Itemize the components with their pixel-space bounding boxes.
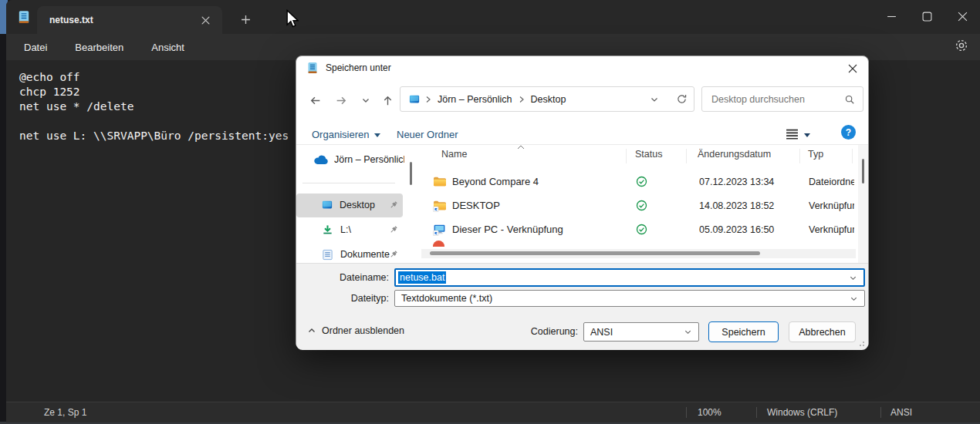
search-box[interactable]	[701, 86, 863, 112]
dialog-main-area: Jörn – Persönlich Desktop L:\	[296, 145, 868, 263]
encoding-select[interactable]: ANSI	[583, 322, 699, 342]
dialog-title: Speichern unter	[326, 62, 391, 73]
cursor-position: Ze 1, Sp 1	[44, 402, 86, 422]
sidebar-item-l-drive[interactable]: L:\	[296, 218, 403, 241]
sync-ok-icon	[636, 224, 647, 235]
filetype-label: Dateityp:	[296, 293, 389, 304]
encoding-value: ANSI	[590, 327, 613, 338]
horizontal-scrollbar[interactable]	[421, 249, 856, 258]
statusbar-separator	[880, 407, 881, 418]
recent-locations-chevron[interactable]	[357, 93, 375, 108]
help-icon[interactable]: ?	[841, 125, 856, 140]
hide-folders-button[interactable]: Ordner ausblenden	[307, 325, 404, 336]
breadcrumb-desktop[interactable]: Desktop	[531, 94, 566, 105]
screen: netuse.txt Datei Bearbeiten Ansicht	[0, 0, 980, 424]
column-header-type[interactable]: Typ	[808, 149, 823, 160]
organize-button[interactable]: Organisieren	[307, 126, 385, 143]
column-separator[interactable]	[799, 149, 800, 163]
statusbar-separator	[686, 407, 687, 418]
sidebar-item-desktop[interactable]: Desktop	[296, 193, 403, 217]
menu-ansicht[interactable]: Ansicht	[140, 39, 195, 56]
file-row-beyond-compare[interactable]: Beyond Compare 4 07.12.2023 13:34 Dateio…	[421, 170, 856, 193]
cancel-button-label: Abbrechen	[799, 327, 845, 338]
settings-gear-icon[interactable]	[954, 38, 969, 53]
file-date: 14.08.2023 18:52	[699, 200, 774, 211]
caret-down-icon	[804, 133, 810, 137]
encoding-label: Codierung:	[524, 326, 578, 337]
sidebar-desktop-label: Desktop	[340, 200, 375, 210]
file-date: 05.09.2023 16:50	[699, 224, 774, 235]
menu-datei[interactable]: Datei	[13, 39, 58, 56]
address-dropdown-chevron[interactable]	[650, 95, 659, 104]
documents-icon	[322, 249, 333, 261]
minimize-button[interactable]	[874, 0, 909, 32]
sidebar-scrollbar[interactable]	[410, 162, 412, 185]
vertical-scrollbar[interactable]	[858, 145, 868, 263]
chevron-down-icon[interactable]	[684, 328, 692, 336]
sidebar-l-drive-label: L:\	[340, 224, 351, 235]
dialog-titlebar[interactable]: Speichern unter	[296, 56, 868, 79]
filename-combobox[interactable]: netuse.bat	[394, 268, 865, 287]
dialog-close-button[interactable]	[842, 59, 863, 78]
search-input[interactable]	[711, 94, 844, 105]
column-separator[interactable]	[686, 149, 687, 163]
chevron-down-icon[interactable]	[849, 274, 857, 282]
file-row-dieser-pc[interactable]: Dieser PC - Verknüpfung 05.09.2023 16:50…	[421, 217, 856, 241]
file-list: Name Status Änderungsdatum Typ Beyond Co…	[421, 145, 856, 263]
breadcrumb-chevron-icon	[425, 96, 431, 103]
zoom-level[interactable]: 100%	[698, 402, 721, 422]
search-icon[interactable]	[844, 94, 855, 105]
new-folder-button[interactable]: Neuer Ordner	[392, 126, 462, 143]
pc-shortcut-icon	[433, 223, 446, 236]
pin-icon	[389, 225, 398, 234]
sidebar-item-dokumente[interactable]: Dokumente	[296, 243, 403, 263]
menu-bearbeiten[interactable]: Bearbeiten	[64, 39, 134, 56]
sidebar-dokumente-label: Dokumente	[340, 249, 390, 260]
tab-netuse[interactable]: netuse.txt	[37, 6, 222, 34]
file-name: DESKTOP	[452, 200, 500, 211]
tab-close-button[interactable]	[196, 11, 215, 29]
breadcrumb-onedrive[interactable]: Jörn – Persönlich	[438, 94, 512, 105]
save-button-label: Speichern	[721, 327, 765, 338]
pin-icon	[389, 250, 398, 259]
close-window-button[interactable]	[945, 0, 980, 32]
notepad-app-icon	[17, 10, 31, 24]
address-breadcrumb-bar[interactable]: Jörn – Persönlich Desktop	[400, 86, 694, 112]
back-button[interactable]	[306, 93, 324, 108]
encoding[interactable]: ANSI	[890, 402, 912, 422]
cancel-button[interactable]: Abbrechen	[789, 321, 856, 342]
filetype-value: Textdokumente (*.txt)	[401, 293, 492, 304]
resize-grip[interactable]	[857, 338, 864, 346]
column-header-status[interactable]: Status	[635, 149, 662, 160]
filetype-select[interactable]: Textdokumente (*.txt)	[394, 290, 865, 307]
dialog-toolbar: Organisieren Neuer Ordner ?	[296, 123, 868, 145]
sync-ok-icon	[636, 200, 647, 211]
column-separator[interactable]	[852, 149, 853, 163]
sidebar-item-onedrive[interactable]: Jörn – Persönlich	[296, 148, 404, 171]
list-view-icon	[786, 129, 799, 140]
pin-icon	[389, 200, 398, 210]
file-type: Verknüpfung	[809, 224, 854, 235]
column-header-name[interactable]: Name	[441, 149, 467, 160]
column-separator[interactable]	[626, 149, 627, 163]
filename-label: Dateiname:	[296, 272, 389, 283]
line-ending[interactable]: Windows (CRLF)	[767, 402, 837, 422]
chevron-down-icon[interactable]	[850, 294, 858, 303]
onedrive-cloud-icon	[313, 155, 329, 165]
view-options-button[interactable]	[781, 126, 815, 143]
new-tab-button[interactable]	[235, 10, 256, 29]
hide-folders-label: Ordner ausblenden	[322, 325, 404, 336]
refresh-icon[interactable]	[676, 93, 688, 105]
vertical-scrollbar-thumb[interactable]	[862, 159, 864, 183]
file-row-desktop-shortcut[interactable]: DESKTOP 14.08.2023 18:52 Verknüpfung	[421, 193, 856, 217]
sidebar-divider	[302, 183, 395, 183]
desktop-location-icon	[408, 94, 421, 105]
column-header-date[interactable]: Änderungsdatum	[698, 149, 771, 160]
filename-value[interactable]: netuse.bat	[398, 271, 446, 284]
forward-button[interactable]	[332, 93, 350, 108]
horizontal-scrollbar-thumb[interactable]	[430, 251, 760, 255]
up-button[interactable]	[378, 93, 397, 108]
maximize-button[interactable]	[909, 0, 945, 32]
save-as-dialog: Speichern unter Jörn – Persönlich Deskto…	[296, 56, 869, 349]
save-button[interactable]: Speichern	[708, 321, 779, 342]
